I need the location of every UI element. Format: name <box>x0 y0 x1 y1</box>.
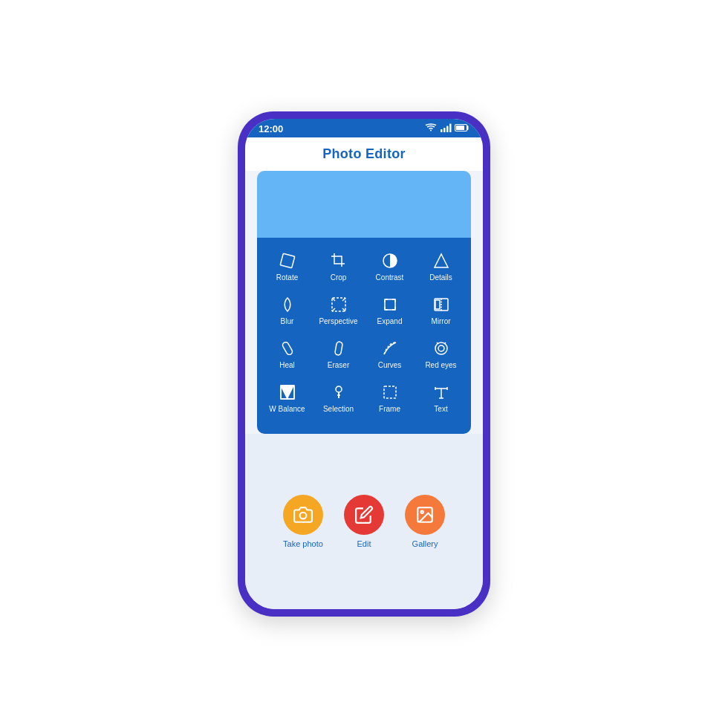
svg-rect-20 <box>334 341 342 355</box>
app-title: Photo Editor <box>322 146 406 161</box>
frame-label: Frame <box>379 405 400 413</box>
edit-label: Edit <box>357 539 371 548</box>
status-time: 12:00 <box>259 123 283 134</box>
red-eyes-icon <box>432 339 450 358</box>
take-photo-button[interactable]: Take photo <box>283 495 323 548</box>
tool-selection[interactable]: Selection <box>314 377 363 417</box>
crop-icon <box>330 251 348 270</box>
contrast-icon <box>381 251 399 270</box>
eraser-icon <box>330 339 348 358</box>
tool-rotate[interactable]: Rotate <box>263 245 311 286</box>
crop-label: Crop <box>331 273 347 282</box>
eraser-label: Eraser <box>328 361 349 369</box>
mirror-icon <box>432 295 450 314</box>
take-photo-label: Take photo <box>283 539 323 548</box>
tool-details[interactable]: Details <box>417 245 465 286</box>
rotate-icon <box>279 251 296 270</box>
wifi-icon <box>425 123 437 134</box>
selection-label: Selection <box>323 405 354 413</box>
edit-circle <box>344 495 384 535</box>
tool-frame[interactable]: Frame <box>365 377 414 417</box>
tool-mirror[interactable]: Mirror <box>417 289 465 330</box>
svg-marker-9 <box>435 254 448 267</box>
mirror-label: Mirror <box>431 317 450 325</box>
svg-rect-6 <box>456 126 464 130</box>
gallery-circle <box>405 495 445 535</box>
svg-point-26 <box>336 386 342 392</box>
svg-rect-3 <box>449 124 452 133</box>
svg-rect-1 <box>443 128 446 132</box>
w-balance-icon <box>279 383 296 402</box>
svg-point-22 <box>438 345 444 351</box>
selection-icon <box>330 383 348 402</box>
tool-heal[interactable]: Heal <box>263 333 311 374</box>
edit-tools-panel: Rotate Crop Contrast <box>257 238 471 434</box>
frame-icon <box>381 383 399 402</box>
perspective-icon <box>330 295 348 314</box>
photo-preview <box>257 171 471 238</box>
details-label: Details <box>429 273 452 282</box>
tool-curves[interactable]: Curves <box>365 333 414 374</box>
signal-icon <box>440 123 452 134</box>
blur-icon <box>279 295 296 314</box>
edit-button[interactable]: Edit <box>344 495 384 548</box>
svg-rect-18 <box>435 300 440 309</box>
text-icon <box>432 383 450 402</box>
tool-red-eyes[interactable]: Red eyes <box>417 333 465 374</box>
heal-label: Heal <box>279 361 295 369</box>
heal-icon <box>279 339 296 358</box>
status-icons <box>425 123 469 134</box>
svg-rect-2 <box>446 126 449 133</box>
status-bar: 12:00 <box>245 119 483 137</box>
svg-point-21 <box>435 342 447 354</box>
gallery-label: Gallery <box>412 539 438 548</box>
expand-icon <box>381 295 399 314</box>
app-header: Photo Editor <box>245 137 483 171</box>
tool-crop[interactable]: Crop <box>314 245 363 286</box>
text-label: Text <box>434 405 447 413</box>
popup-arrow <box>355 417 373 428</box>
svg-line-13 <box>332 308 335 311</box>
red-eyes-label: Red eyes <box>425 361 456 369</box>
take-photo-circle <box>283 495 323 535</box>
blur-label: Blur <box>281 317 294 325</box>
svg-point-35 <box>300 513 307 519</box>
svg-rect-15 <box>385 299 395 310</box>
svg-rect-0 <box>441 129 443 132</box>
tool-eraser[interactable]: Eraser <box>314 333 363 374</box>
svg-point-37 <box>421 511 423 513</box>
tool-blur[interactable]: Blur <box>263 289 311 330</box>
bottom-area: Take photo Edit <box>245 434 483 609</box>
svg-rect-7 <box>280 253 295 268</box>
svg-rect-19 <box>282 341 293 356</box>
phone-screen: 12:00 <box>245 119 483 609</box>
tool-expand[interactable]: Expand <box>365 289 414 330</box>
tool-w-balance[interactable]: W Balance <box>263 377 311 417</box>
perspective-label: Perspective <box>319 317 357 325</box>
tool-contrast[interactable]: Contrast <box>365 245 414 286</box>
svg-rect-29 <box>384 386 396 398</box>
tools-grid: Rotate Crop Contrast <box>263 245 465 417</box>
bottom-buttons: Take photo Edit <box>283 495 445 548</box>
curves-icon <box>381 339 399 358</box>
tool-perspective[interactable]: Perspective <box>314 289 363 330</box>
contrast-label: Contrast <box>376 273 404 282</box>
curves-label: Curves <box>378 361 402 369</box>
expand-label: Expand <box>377 317 403 325</box>
battery-icon <box>455 123 469 134</box>
details-icon <box>432 251 450 270</box>
rotate-label: Rotate <box>276 273 298 282</box>
phone-frame: 12:00 <box>238 111 490 617</box>
tool-text[interactable]: Text <box>417 377 465 417</box>
gallery-button[interactable]: Gallery <box>405 495 445 548</box>
w-balance-label: W Balance <box>269 405 305 413</box>
